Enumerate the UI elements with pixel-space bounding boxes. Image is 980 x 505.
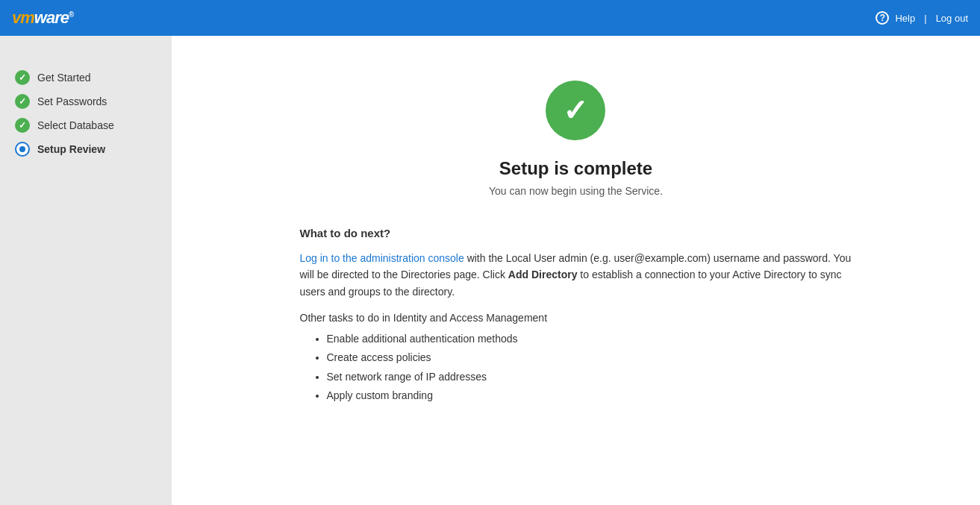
sidebar-item-get-started[interactable]: Get Started	[15, 66, 157, 90]
sidebar-label-set-passwords: Set Passwords	[37, 95, 107, 107]
logout-link[interactable]: Log out	[936, 13, 968, 24]
other-tasks-label: Other tasks to do in Identity and Access…	[300, 312, 852, 324]
help-link[interactable]: Help	[895, 13, 915, 24]
task-list: Enable additional authentication methods…	[300, 330, 852, 405]
layout: Get Started Set Passwords Select Databas…	[0, 36, 980, 505]
check-icon-set-passwords	[15, 94, 30, 109]
task-item-4: Apply custom branding	[327, 386, 852, 405]
description-paragraph: Log in to the administration console wit…	[300, 250, 852, 300]
sidebar-item-setup-review[interactable]: Setup Review	[15, 137, 157, 161]
check-icon-select-database	[15, 118, 30, 133]
setup-subtitle: You can now begin using the Service.	[489, 185, 663, 197]
help-icon[interactable]: ?	[876, 11, 889, 25]
task-item-1: Enable additional authentication methods	[327, 330, 852, 348]
content-section: What to do next? Log in to the administr…	[300, 227, 852, 405]
header-right: ? Help | Log out	[876, 11, 968, 25]
sidebar: Get Started Set Passwords Select Databas…	[0, 36, 172, 505]
big-check-icon	[546, 81, 605, 140]
sidebar-label-setup-review: Setup Review	[37, 143, 105, 155]
success-area: Setup is complete You can now begin usin…	[489, 81, 663, 197]
header: vmware® ? Help | Log out	[0, 0, 980, 36]
sidebar-item-select-database[interactable]: Select Database	[15, 113, 157, 137]
separator: |	[924, 13, 926, 24]
add-directory-label: Add Directory	[508, 269, 578, 280]
setup-title: Setup is complete	[499, 158, 652, 179]
main-content: Setup is complete You can now begin usin…	[172, 36, 980, 505]
sidebar-item-set-passwords[interactable]: Set Passwords	[15, 90, 157, 113]
task-item-2: Create access policies	[327, 348, 852, 367]
admin-console-link[interactable]: Log in to the administration console	[300, 252, 464, 264]
what-next-title: What to do next?	[300, 227, 852, 239]
circle-icon-setup-review	[15, 142, 30, 157]
check-icon-get-started	[15, 70, 30, 85]
sidebar-label-get-started: Get Started	[37, 72, 91, 84]
vmware-logo: vmware®	[12, 8, 73, 28]
task-item-3: Set network range of IP addresses	[327, 368, 852, 386]
sidebar-label-select-database: Select Database	[37, 119, 114, 131]
